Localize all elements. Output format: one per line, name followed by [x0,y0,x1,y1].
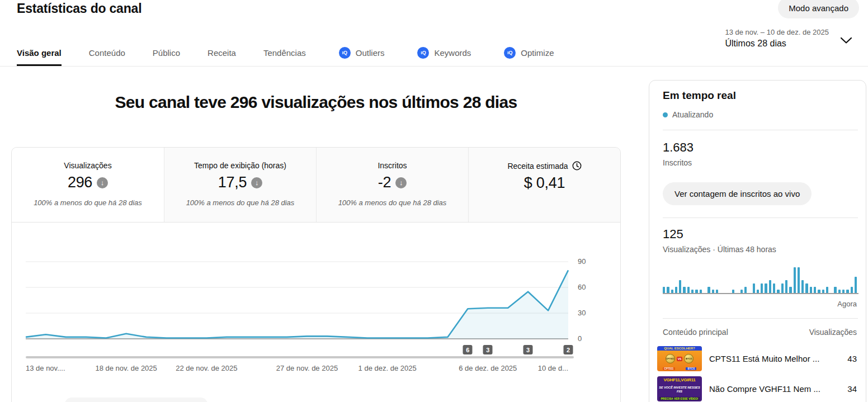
x-axis-tick: 6 de dez. de 2025 [459,364,517,372]
tab-tendencias[interactable]: Tendências [263,39,306,66]
trend-down-icon: ↓ [251,177,262,188]
live-subscriber-count-label: Ver contagem de inscritos ao vivo [674,189,800,198]
views-column-header: Visualizações [809,328,857,337]
tab-label: Visão geral [17,48,62,58]
tab-label: Receita [207,48,236,58]
realtime-bar [855,277,857,293]
summary-headline: Seu canal teve 296 visualizações nos últ… [11,93,621,112]
realtime-bar [814,287,816,294]
realtime-subscribers-label: Inscritos [663,158,692,167]
metric-label-text: Receita estimada [507,162,568,171]
metric-card-tempo-de-exibicao-horas-[interactable]: Tempo de exibição (horas)17,5↓100% a men… [164,148,316,222]
tab-label: Tendências [263,48,306,58]
realtime-bar [834,287,836,294]
realtime-chart-axis [663,293,858,294]
realtime-bar [769,280,771,293]
metric-label: Visualizações [64,161,111,170]
date-range-texts: 13 de nov. – 10 de dez. de 2025 Últimos … [725,28,829,49]
realtime-title: Em tempo real [663,89,736,102]
tab-bar: Visão geralConteúdoPúblicoReceitaTendênc… [17,39,554,66]
metric-value-row: $ 0,41 [524,174,565,192]
thumb-cta-text: PRECISA VER ESSE VÍDEO! [659,397,699,400]
realtime-bar [687,287,690,294]
x-axis-tick: 1 de dez. de 2025 [358,364,417,372]
video-thumbnail: VGHF11,VGIR11SE VOCÊ INVESTE NESSES FIIS… [657,376,702,401]
metric-value: 17,5 [218,174,247,191]
chevron-down-icon [840,37,852,44]
realtime-now-label: Agora [837,300,857,308]
realtime-bar [805,283,808,293]
realtime-views-value: 125 [663,227,683,242]
video-title: Não Compre VGHF11 Nem ... [709,384,843,394]
tab-optimize[interactable]: ıQOptimize [504,39,554,66]
realtime-bar [851,287,853,294]
video-title: CPTS11 Está Muito Melhor ... [709,354,843,363]
main-chart[interactable]: 0306090633213 de nov....18 de nov. de 20… [12,223,620,390]
top-content-header: Conteúdo principal [663,328,728,337]
metric-value-row: 296↓ [68,174,108,191]
video-views: 43 [847,354,857,363]
tab-receita[interactable]: Receita [207,39,236,66]
metric-value-row: -2↓ [378,174,407,191]
realtime-views-label: Visualizações · Últimas 48 horas [663,245,776,254]
metric-label: Receita estimada [507,161,581,171]
tab-conteudo[interactable]: Conteúdo [89,39,125,66]
realtime-bar [826,287,828,294]
video-thumbnail: QUAL ESCOLHER?CPTS11VSBTCI1CPTS11BTCI1 [657,346,702,371]
realtime-bar [679,280,681,293]
video-publish-marker[interactable]: 3 [523,345,533,354]
metric-card-visualizacoes[interactable]: Visualizações296↓100% a menos do que há … [12,148,164,222]
line-chart-svg [12,223,620,379]
realtime-bar [798,267,800,293]
divider [663,318,858,319]
realtime-bar [785,280,787,293]
realtime-card: Em tempo real Atualizando 1.683 Inscrito… [649,80,866,402]
x-axis-tick: 13 de nov.... [26,364,65,372]
thumb-subtitle-text: SE VOCÊ INVESTE NESSES FIIS [658,386,701,393]
metric-value-row: 17,5↓ [218,174,262,191]
x-axis-tick: 18 de nov. de 2025 [95,364,157,372]
realtime-bar-chart[interactable] [663,267,857,293]
metric-label-text: Visualizações [64,161,111,170]
tab-publico[interactable]: Público [153,39,180,66]
see-more-button[interactable] [65,398,207,402]
tabs-divider [0,66,868,67]
metric-card-inscritos[interactable]: Inscritos-2↓100% a menos do que há 28 di… [316,148,468,222]
metric-value: -2 [378,174,391,191]
x-axis-tick: 10 de d... [538,364,568,372]
x-axis-tick: 22 de nov. de 2025 [176,364,237,372]
tab-outliers[interactable]: ıQOutliers [339,39,385,66]
chart-scrollbar[interactable] [26,356,574,358]
realtime-bar [810,287,812,294]
thumb-banner-text: QUAL ESCOLHER? [657,346,702,351]
page-title: Estatísticas do canal [17,1,141,16]
video-publish-marker[interactable]: 3 [483,345,493,354]
video-views: 34 [847,384,857,394]
realtime-bar [753,283,755,293]
top-content-list: QUAL ESCOLHER?CPTS11VSBTCI1CPTS11BTCI1CP… [657,343,857,402]
top-content-row[interactable]: VGHF11,VGIR11SE VOCÊ INVESTE NESSES FIIS… [657,373,857,402]
tab-keywords[interactable]: ıQKeywords [417,39,471,66]
metric-value: 296 [68,174,92,191]
advanced-mode-button[interactable]: Modo avançado [778,0,859,18]
live-dot-icon [663,112,668,117]
live-subscriber-count-button[interactable]: Ver contagem de inscritos ao vivo [663,182,812,205]
top-content-row[interactable]: QUAL ESCOLHER?CPTS11VSBTCI1CPTS11BTCI1CP… [657,343,857,373]
metric-card-receita-estimada[interactable]: Receita estimada$ 0,41 [468,148,620,222]
overview-card: Visualizações296↓100% a menos do que há … [11,147,621,402]
tab-label: Keywords [434,48,471,58]
realtime-bar [675,287,677,294]
coin-right: BTCI1 [684,354,694,363]
metric-label-text: Inscritos [378,161,407,170]
realtime-bar [765,283,767,293]
tab-label: Optimize [521,48,554,58]
vidiq-icon: ıQ [504,47,516,59]
realtime-bar [744,287,747,294]
realtime-bar [667,287,669,294]
realtime-bar [663,287,665,294]
date-range-picker[interactable]: 13 de nov. – 10 de dez. de 2025 Últimos … [725,28,852,49]
metric-note: 100% a menos do que há 28 dias [338,198,447,207]
video-publish-marker[interactable]: 2 [564,345,573,354]
video-publish-marker[interactable]: 6 [463,345,473,354]
tab-visao-geral[interactable]: Visão geral [17,39,62,66]
